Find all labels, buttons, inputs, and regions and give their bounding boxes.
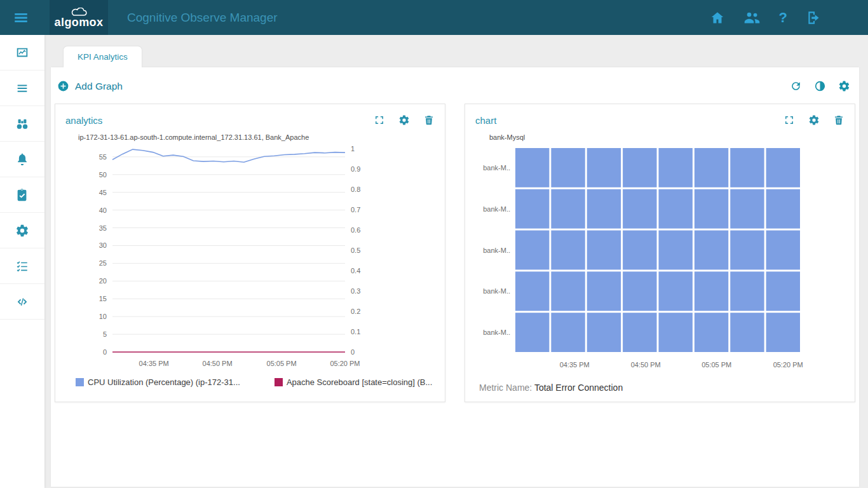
logo-text: algomox (55, 17, 104, 28)
svg-text:1: 1 (351, 145, 355, 152)
contrast-icon[interactable] (814, 80, 826, 92)
metric-label: Metric Name: (479, 383, 532, 393)
add-graph-label: Add Graph (75, 81, 123, 92)
sidebar-item-tasks[interactable] (0, 248, 44, 284)
sidebar-item-reports[interactable] (0, 177, 44, 213)
toolbar: Add Graph (51, 67, 859, 98)
tab-bar: KPI Analytics (51, 35, 859, 67)
legend-label: CPU Utilization (Percentage) (ip-172-31.… (88, 377, 240, 387)
gear-icon (15, 224, 29, 238)
svg-text:0: 0 (351, 348, 355, 356)
hamburger-icon (13, 10, 29, 26)
clipboard-check-icon (15, 188, 29, 202)
svg-text:0: 0 (103, 348, 107, 356)
add-graph-button[interactable]: Add Graph (57, 80, 123, 92)
legend-swatch-blue (76, 378, 84, 386)
sidebar-item-alerts[interactable] (0, 142, 44, 177)
legend-label: Apache Scoreboard [state=closing] (B... (287, 377, 432, 387)
gear-icon[interactable] (398, 114, 410, 126)
checklist-icon (15, 259, 29, 273)
metric-name-row: Metric Name: Total Error Connection (479, 383, 844, 393)
svg-text:45: 45 (99, 189, 107, 196)
tab-kpi-analytics[interactable]: KPI Analytics (63, 46, 142, 67)
card-title: analytics (65, 115, 102, 126)
navbar-actions: ? (710, 9, 868, 26)
bell-icon (15, 152, 29, 166)
svg-text:bank-M..: bank-M.. (483, 287, 510, 295)
top-navbar: algomox Cognitive Observe Manager ? (0, 0, 868, 35)
main-area: KPI Analytics Add Graph analytics (44, 35, 868, 488)
sidebar-item-code[interactable] (0, 284, 44, 320)
svg-text:04:35 PM: 04:35 PM (560, 361, 590, 369)
users-icon[interactable] (743, 9, 761, 26)
svg-text:04:50 PM: 04:50 PM (631, 361, 661, 369)
app-title: Cognitive Observe Manager (127, 11, 278, 25)
svg-text:bank-M..: bank-M.. (483, 247, 510, 254)
svg-text:30: 30 (99, 241, 107, 249)
heatmap-chart: bank-M..bank-M..bank-M..bank-M..bank-M..… (475, 142, 844, 376)
toolbar-actions (790, 80, 850, 92)
metric-value: Total Error Connection (534, 383, 623, 393)
trash-icon[interactable] (423, 114, 435, 126)
svg-text:bank-M..: bank-M.. (483, 164, 510, 172)
logout-icon[interactable] (806, 10, 822, 26)
sidebar-item-discover[interactable] (0, 106, 44, 142)
svg-text:0.6: 0.6 (351, 226, 360, 234)
svg-text:0.1: 0.1 (351, 328, 360, 336)
svg-text:10: 10 (99, 313, 107, 320)
home-icon[interactable] (710, 10, 725, 25)
svg-text:25: 25 (99, 259, 107, 267)
help-icon[interactable]: ? (779, 11, 787, 25)
svg-text:35: 35 (99, 224, 107, 232)
left-sidebar (0, 35, 44, 488)
legend-item-apache[interactable]: Apache Scoreboard [state=closing] (B... (275, 377, 432, 387)
svg-text:05:05 PM: 05:05 PM (702, 361, 731, 369)
algomox-logo[interactable]: algomox (50, 0, 108, 35)
cards-row: analytics ip-172-31-13-61.ap-south-1.com… (51, 98, 859, 402)
tab-label: KPI Analytics (78, 52, 128, 62)
svg-text:0.3: 0.3 (351, 287, 360, 295)
chart-card: chart bank-Mysql bank-M..bank-M..bank-M.… (465, 104, 855, 402)
refresh-icon[interactable] (790, 80, 802, 92)
chart-subtitle: ip-172-31-13-61.ap-south-1.compute.inter… (78, 133, 435, 141)
expand-icon[interactable] (374, 114, 385, 126)
svg-text:04:35 PM: 04:35 PM (139, 360, 169, 367)
sidebar-item-settings[interactable] (0, 213, 44, 248)
svg-text:0.8: 0.8 (351, 186, 360, 193)
svg-text:0.7: 0.7 (351, 206, 360, 214)
list-icon (15, 81, 29, 95)
card-actions (783, 114, 844, 126)
card-header: analytics (65, 114, 435, 126)
card-actions (374, 114, 435, 126)
chart-subtitle: bank-Mysql (489, 133, 844, 141)
legend-swatch-crimson (275, 378, 283, 386)
svg-text:40: 40 (99, 207, 107, 214)
gear-icon[interactable] (808, 114, 820, 126)
analytics-card: analytics ip-172-31-13-61.ap-south-1.com… (55, 104, 445, 402)
line-chart: 051015202530354045505500.10.20.30.40.50.… (65, 142, 421, 372)
expand-icon[interactable] (783, 114, 795, 126)
svg-text:0.5: 0.5 (351, 247, 360, 254)
sidebar-item-analytics[interactable] (0, 35, 44, 71)
analytics-board-icon (15, 46, 29, 60)
svg-text:5: 5 (103, 330, 107, 338)
card-header: chart (475, 114, 844, 126)
svg-text:bank-M..: bank-M.. (483, 205, 510, 213)
trash-icon[interactable] (833, 114, 844, 126)
svg-text:05:20 PM: 05:20 PM (330, 360, 360, 367)
binoculars-icon (15, 117, 29, 131)
chart-legend: CPU Utilization (Percentage) (ip-172-31.… (76, 377, 435, 387)
legend-item-cpu[interactable]: CPU Utilization (Percentage) (ip-172-31.… (76, 377, 240, 387)
gear-icon[interactable] (838, 80, 850, 92)
svg-text:15: 15 (99, 295, 107, 302)
svg-text:05:20 PM: 05:20 PM (773, 361, 803, 369)
code-icon (15, 295, 29, 309)
plus-circle-icon (57, 80, 69, 92)
menu-toggle-button[interactable] (0, 10, 42, 26)
svg-text:0.9: 0.9 (351, 165, 360, 173)
svg-text:0.4: 0.4 (351, 267, 360, 274)
svg-text:50: 50 (99, 171, 107, 179)
sidebar-item-list[interactable] (0, 71, 44, 106)
svg-text:55: 55 (99, 153, 107, 161)
content-panel: Add Graph analytics ip-172-31-13-61. (51, 67, 859, 487)
